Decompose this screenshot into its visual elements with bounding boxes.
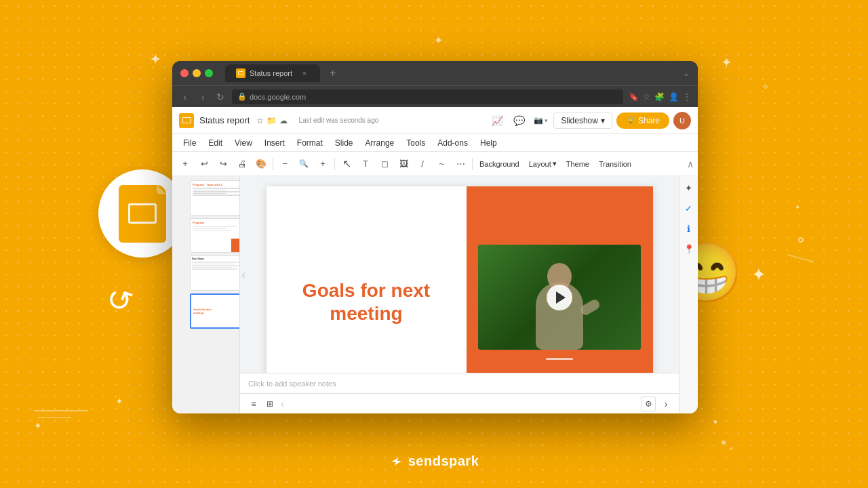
browser-window: Status report × + ⌄ ‹ › ↻ 🔒 docs.google.… (172, 61, 698, 413)
back-button[interactable]: ‹ (179, 92, 191, 102)
deco-circle (798, 237, 804, 243)
side-panel-btn-3[interactable]: ℹ (682, 221, 696, 236)
toolbar-theme[interactable]: Theme (562, 159, 593, 169)
title-icons: ☆ 📁 ☁ (256, 116, 288, 125)
slides-bottom-bar: ≡ ⊞ ‹ ⚙ › (240, 393, 679, 413)
side-panel-btn-1[interactable]: ✦ (682, 180, 696, 195)
star-icon[interactable]: ☆ (643, 92, 650, 102)
toolbar-print[interactable]: 🖨 (233, 155, 251, 173)
deco-line (787, 254, 813, 262)
profile-icon[interactable]: 👤 (669, 92, 679, 102)
slide-nav-left[interactable]: ‹ (241, 268, 245, 282)
view-grid-button[interactable]: ⊞ (262, 396, 278, 412)
thumb-content-5 (193, 226, 240, 231)
toolbar-line[interactable]: / (414, 155, 431, 173)
slide-canvas-area[interactable]: ‹ Goals for nextmeeting (240, 176, 679, 373)
video-thumbnail[interactable] (478, 245, 641, 350)
browser-tab-active[interactable]: Status report × (225, 64, 320, 82)
slide-thumb-inner-9: Goals for nextmeeting (191, 295, 240, 327)
thumb-left-9: Goals for nextmeeting (191, 295, 240, 327)
slide-thumb-container-4: 4 Progress · Topic area 2 (175, 180, 237, 216)
menu-edit[interactable]: Edit (203, 137, 228, 149)
new-tab-button[interactable]: + (327, 67, 338, 79)
bookmark-icon[interactable]: 🔖 (629, 92, 639, 102)
slides-title: Status report (199, 115, 250, 125)
toolbar-collapse[interactable]: ∧ (687, 159, 694, 169)
window-menu-button[interactable]: ⌄ (683, 68, 690, 78)
toolbar-image[interactable]: 🖼 (395, 155, 412, 173)
slide-line-decoration (546, 358, 573, 360)
settings-button[interactable]: ⚙ (641, 396, 656, 411)
menu-tools[interactable]: Tools (401, 137, 431, 149)
main-canvas-wrapper: ‹ Goals for nextmeeting (240, 176, 679, 413)
panel-collapse-button[interactable]: ‹ (281, 398, 284, 410)
toolbar-divider-3 (472, 158, 473, 170)
slides-panel: 4 Progress · Topic area 2 (172, 176, 240, 413)
url-field[interactable]: 🔒 docs.google.com (232, 89, 623, 104)
speaker-notes[interactable]: Click to add speaker notes (240, 373, 679, 393)
sparkle-icon: ✦ (751, 264, 766, 285)
thumb-lines-4 (193, 188, 240, 196)
tab-favicon (236, 68, 245, 78)
thumb-line (192, 268, 237, 270)
toolbar-redo[interactable]: ↪ (214, 155, 232, 173)
toolbar-shape[interactable]: ◻ (376, 155, 393, 173)
slide-thumb-container-8: 8 Next Steps (175, 256, 237, 291)
toolbar-transition[interactable]: Transition (595, 159, 635, 169)
toolbar-paintformat[interactable]: 🎨 (252, 155, 270, 173)
menu-help[interactable]: Help (475, 137, 502, 149)
analytics-icon[interactable]: 📈 (488, 112, 506, 129)
toolbar-undo[interactable]: ↩ (195, 155, 213, 173)
slide-thumbnail-8[interactable]: Next Steps (190, 256, 240, 291)
menu-icon[interactable]: ⋮ (683, 92, 691, 102)
deco-dot (730, 447, 732, 450)
star-title-icon[interactable]: ☆ (256, 116, 264, 125)
forward-button[interactable]: › (197, 92, 209, 102)
slides-header: Status report ☆ 📁 ☁ Last edit was second… (172, 107, 698, 134)
maximize-button[interactable] (205, 69, 213, 77)
tab-close-button[interactable]: × (300, 68, 309, 78)
toolbar-zoom-field[interactable]: 🔍 (295, 155, 313, 173)
side-panel-btn-4[interactable]: 📍 (682, 241, 696, 256)
menu-insert[interactable]: Insert (259, 137, 290, 149)
menu-file[interactable]: File (178, 137, 201, 149)
toolbar-misc[interactable]: ⋯ (452, 155, 469, 173)
minimize-button[interactable] (193, 69, 201, 77)
extensions-icon[interactable]: 🧩 (654, 92, 665, 102)
toolbar-textbox[interactable]: T (357, 155, 374, 173)
toolbar-zoom-out[interactable]: − (276, 155, 294, 173)
chat-icon[interactable]: 💬 (510, 112, 528, 129)
bottom-right-controls: ⚙ › (641, 396, 673, 411)
slideshow-button[interactable]: Slideshow ▾ (553, 113, 612, 129)
sparkle-icon: ✦ (795, 203, 800, 211)
deco-line (34, 410, 88, 411)
toolbar-connector[interactable]: ~ (433, 155, 450, 173)
menu-slide[interactable]: Slide (330, 137, 359, 149)
toolbar-zoom-in[interactable]: + (314, 155, 332, 173)
toolbar-add[interactable]: + (176, 155, 194, 173)
toolbar-background[interactable]: Background (475, 159, 524, 169)
menu-arrange[interactable]: Arrange (360, 137, 400, 149)
slide-thumbnail-5[interactable]: Progress (190, 218, 240, 253)
next-slide-button[interactable]: › (658, 396, 673, 411)
toolbar-cursor[interactable]: ↖ (338, 155, 355, 173)
menu-addons[interactable]: Add-ons (432, 137, 473, 149)
close-button[interactable] (180, 69, 189, 77)
menu-view[interactable]: View (229, 137, 258, 149)
meet-icon[interactable]: 📷▾ (532, 112, 549, 129)
slide-thumbnail-4[interactable]: Progress · Topic area 2 (190, 180, 240, 216)
share-button[interactable]: 🔒 Share (616, 113, 669, 129)
side-panel-btn-2[interactable]: ✓ (682, 201, 696, 216)
folder-icon[interactable]: 📁 (267, 116, 277, 125)
menu-format[interactable]: Format (292, 137, 328, 149)
toolbar-layout[interactable]: Layout ▾ (525, 158, 561, 169)
slides-logo-inner (182, 117, 191, 123)
cloud-icon[interactable]: ☁ (279, 116, 288, 125)
slide-thumbnail-9[interactable]: Goals for nextmeeting (190, 293, 240, 329)
play-button[interactable] (547, 285, 572, 310)
view-list-button[interactable]: ≡ (245, 396, 262, 412)
sendspark-logo (389, 454, 404, 469)
thumb-line (193, 228, 226, 229)
layout-dropdown-icon: ▾ (553, 159, 557, 168)
refresh-button[interactable]: ↻ (214, 92, 226, 102)
